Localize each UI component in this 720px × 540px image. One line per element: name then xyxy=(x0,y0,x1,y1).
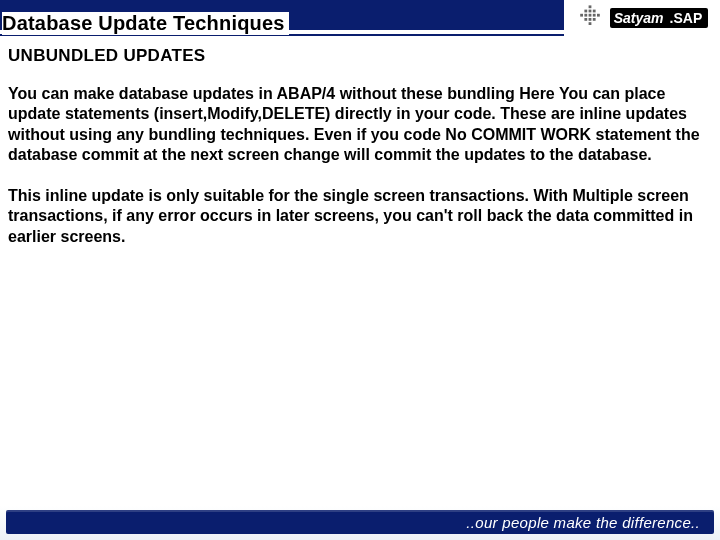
svg-rect-0 xyxy=(588,5,591,8)
svg-rect-6 xyxy=(588,14,591,17)
svg-rect-1 xyxy=(584,10,587,13)
title-area: Database Update Techniques xyxy=(0,0,564,36)
section-subheading: UNBUNDLED UPDATES xyxy=(8,46,708,66)
svg-rect-9 xyxy=(584,18,587,21)
svg-rect-3 xyxy=(593,10,596,13)
footer-blue-band: ..our people make the difference.. xyxy=(6,510,714,534)
brand-logo-area: Satyam.SAP xyxy=(564,0,720,36)
brand-satyam-text: Satyam xyxy=(610,8,668,28)
svg-rect-2 xyxy=(588,10,591,13)
slide-body: UNBUNDLED UPDATES You can make database … xyxy=(0,36,720,506)
paragraph-2: This inline update is only suitable for … xyxy=(8,186,708,247)
slide-title: Database Update Techniques xyxy=(2,12,289,35)
brand-sap-text: .SAP xyxy=(668,8,709,28)
slide: Database Update Techniques xyxy=(0,0,720,540)
svg-rect-8 xyxy=(597,14,600,17)
brand-wordmark: Satyam.SAP xyxy=(610,8,709,28)
footer-tagline: ..our people make the difference.. xyxy=(466,514,700,531)
svg-rect-5 xyxy=(584,14,587,17)
slide-header: Database Update Techniques xyxy=(0,0,720,36)
svg-rect-7 xyxy=(593,14,596,17)
svg-rect-11 xyxy=(593,18,596,21)
svg-rect-4 xyxy=(580,14,583,17)
svg-rect-12 xyxy=(588,22,591,25)
slide-footer: ..our people make the difference.. xyxy=(0,506,720,540)
satyam-geometric-icon xyxy=(576,4,604,32)
svg-rect-10 xyxy=(588,18,591,21)
paragraph-1: You can make database updates in ABAP/4 … xyxy=(8,84,708,166)
